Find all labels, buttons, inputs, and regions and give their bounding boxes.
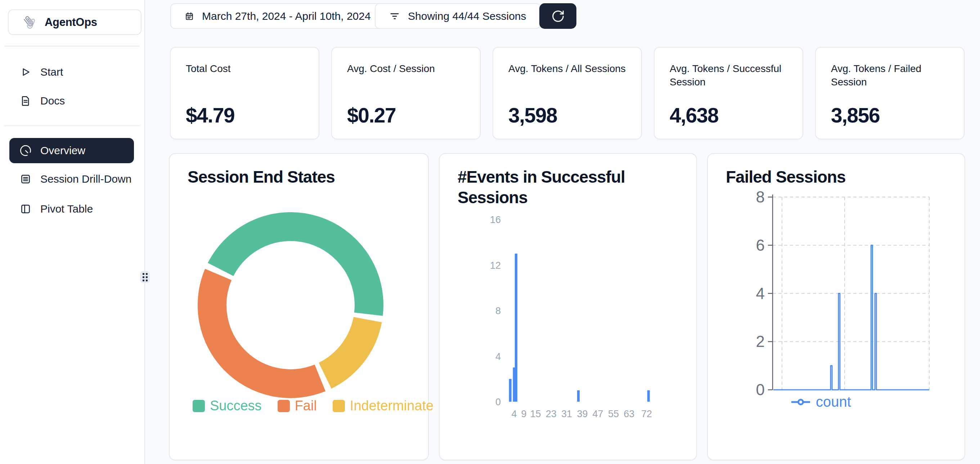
stat-card-avg-tokens-successful: Avg. Tokens / Successful Session 4,638 [654,47,803,139]
count-legend-label: count [816,394,851,410]
gauge-icon [20,145,31,156]
sidebar-item-overview[interactable]: Overview [10,138,134,163]
list-box-icon [20,174,31,185]
chart-title: #Events in Successful Sessions [458,167,674,208]
svg-text:0: 0 [756,381,765,399]
events-in-successful-sessions-card: #Events in Successful Sessions 048121649… [439,153,697,461]
stat-value: 3,598 [508,104,626,127]
svg-text:63: 63 [624,408,634,419]
stat-label: Avg. Tokens / All Sessions [508,62,626,75]
sidebar-item-label: Docs [40,95,65,107]
document-icon [20,96,31,106]
legend-swatch [332,400,345,412]
date-range-button[interactable]: March 27th, 2024 - April 10th, 2024 [170,3,385,29]
svg-text:4: 4 [756,285,765,302]
legend-swatch [278,400,290,412]
svg-text:4: 4 [495,351,501,362]
grip-dots-icon [143,273,148,281]
sidebar-divider [4,125,140,126]
date-range-label: March 27th, 2024 - April 10th, 2024 [202,10,371,22]
donut-legend: Success Fail Indeterminate [192,398,433,413]
sidebar-item-label: Pivot Table [40,203,93,215]
refresh-button[interactable] [539,3,576,29]
stat-cards-row: Total Cost $4.79 Avg. Cost / Session $0.… [170,47,964,139]
stat-value: 3,856 [831,104,949,127]
stat-card-total-cost: Total Cost $4.79 [170,47,319,139]
sidebar: AgentOps Start Docs Overview Session Dri… [0,0,145,464]
app-name: AgentOps [45,16,97,29]
svg-text:12: 12 [490,260,501,271]
line-series-marker-icon [791,399,811,406]
stat-value: $0.27 [347,104,465,127]
svg-text:16: 16 [490,214,501,225]
legend-label: Fail [295,398,317,413]
chart-title: Failed Sessions [726,167,846,187]
sidebar-item-label: Session Drill-Down [40,173,131,185]
svg-text:47: 47 [593,408,603,419]
sidebar-item-start[interactable]: Start [10,61,134,84]
stat-label: Total Cost [186,62,304,75]
refresh-icon [551,10,565,23]
count-legend[interactable]: count [791,394,851,410]
stat-value: 4,638 [670,104,788,127]
session-filter-label: Showing 44/44 Sessions [408,10,527,22]
svg-text:2: 2 [756,333,765,350]
legend-item-fail[interactable]: Fail [278,398,317,413]
legend-label: Indeterminate [350,398,433,413]
sidebar-resize-handle[interactable] [140,271,150,283]
svg-text:4: 4 [511,408,517,419]
session-end-states-card: Session End States Success Fail Indeterm… [169,153,429,461]
stat-label: Avg. Tokens / Failed Session [831,62,949,89]
failed-sessions-line-chart[interactable]: 02468 [740,188,942,404]
stat-label: Avg. Tokens / Successful Session [670,62,788,89]
svg-text:31: 31 [561,408,572,419]
panel-left-icon [20,204,31,214]
svg-text:0: 0 [495,397,501,407]
sidebar-item-docs[interactable]: Docs [10,89,134,112]
stat-card-avg-tokens-all: Avg. Tokens / All Sessions 3,598 [493,47,642,139]
svg-text:39: 39 [577,408,587,419]
paperclip-logo-icon [19,13,38,32]
legend-swatch [192,400,205,412]
sidebar-item-label: Overview [40,145,85,157]
sidebar-item-label: Start [40,66,63,78]
stat-label: Avg. Cost / Session [347,62,465,75]
events-bar-chart[interactable]: 0481216491523313947556372 [479,213,692,422]
legend-label: Success [210,398,262,413]
failed-sessions-card: Failed Sessions 02468 count [707,153,965,461]
svg-text:9: 9 [521,408,527,419]
legend-item-indeterminate[interactable]: Indeterminate [332,398,433,413]
session-filter-button[interactable]: Showing 44/44 Sessions [375,3,541,29]
stat-card-avg-tokens-failed: Avg. Tokens / Failed Session 3,856 [815,47,964,139]
svg-text:55: 55 [608,408,619,419]
svg-text:8: 8 [495,306,501,316]
chart-title: Session End States [188,167,335,187]
donut-chart[interactable] [190,204,391,406]
stat-card-avg-cost-session: Avg. Cost / Session $0.27 [331,47,480,139]
calendar-icon [185,11,194,21]
sidebar-item-pivot-table[interactable]: Pivot Table [10,198,134,220]
stat-value: $4.79 [186,104,304,127]
svg-text:72: 72 [641,408,652,419]
svg-text:6: 6 [756,236,765,254]
svg-text:15: 15 [530,408,541,419]
filter-icon [389,11,400,22]
sidebar-item-session-drill-down[interactable]: Session Drill-Down [10,167,134,191]
svg-text:23: 23 [546,408,557,419]
app-logo[interactable]: AgentOps [8,10,142,35]
play-icon [20,67,31,77]
sidebar-divider [4,46,140,46]
legend-item-success[interactable]: Success [192,398,262,413]
charts-row: Session End States Success Fail Indeterm… [169,153,965,461]
svg-text:8: 8 [756,188,765,206]
